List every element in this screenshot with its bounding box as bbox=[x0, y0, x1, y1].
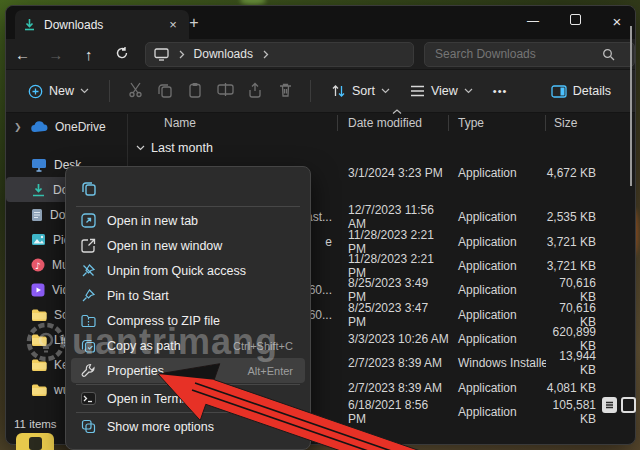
delete-icon[interactable] bbox=[270, 82, 300, 101]
view-label: View bbox=[431, 84, 458, 98]
download-icon bbox=[23, 18, 36, 31]
minimize-icon[interactable]: — bbox=[523, 14, 543, 28]
file-size: 13,944 KB bbox=[546, 349, 608, 377]
menu-item-unpin-quick-access[interactable]: Unpin from Quick access bbox=[71, 258, 305, 283]
file-date: 6/18/2021 8:56 PM bbox=[338, 398, 449, 426]
file-type: Application bbox=[449, 210, 546, 224]
sort-indicator-icon bbox=[392, 109, 402, 115]
folder-icon bbox=[31, 333, 47, 346]
menu-separator bbox=[76, 412, 300, 413]
desktop-icon bbox=[31, 158, 47, 172]
up-icon[interactable]: ↑ bbox=[72, 46, 105, 63]
pin-icon bbox=[81, 288, 107, 303]
tab-title: Downloads bbox=[44, 18, 103, 32]
menu-item-label: Open in new window bbox=[107, 239, 222, 253]
view-button[interactable]: View bbox=[400, 84, 483, 98]
chevron-down-icon bbox=[464, 88, 473, 94]
file-size: 4,672 KB bbox=[546, 166, 608, 180]
chevron-right-icon bbox=[178, 50, 185, 59]
properties-icon bbox=[81, 363, 107, 378]
file-type: Windows Installer ... bbox=[449, 356, 546, 370]
details-pane-button[interactable]: Details bbox=[541, 84, 621, 98]
column-date-modified[interactable]: Date modified bbox=[338, 115, 449, 131]
tab-downloads[interactable]: Downloads × bbox=[15, 10, 189, 39]
address-bar[interactable]: Downloads bbox=[145, 42, 414, 67]
back-icon[interactable]: ← bbox=[6, 46, 39, 63]
desktop: Downloads × + — × ← → ↑ bbox=[0, 0, 640, 450]
refresh-icon[interactable] bbox=[105, 46, 138, 63]
more-options-button[interactable]: ••• bbox=[483, 85, 518, 97]
menu-item-open-in-new-tab[interactable]: Open in new tab bbox=[71, 208, 305, 233]
menu-item-open-in-new-window[interactable]: Open in new window bbox=[71, 233, 305, 258]
new-tab-button[interactable]: + bbox=[184, 14, 204, 32]
new-button-label: New bbox=[49, 84, 74, 98]
search-box[interactable] bbox=[424, 42, 635, 67]
documents-icon bbox=[31, 208, 43, 222]
file-date: 2/7/2023 8:39 AM bbox=[338, 381, 449, 395]
copy-icon[interactable] bbox=[74, 173, 104, 203]
file-type: Application bbox=[449, 259, 546, 273]
menu-item-label: Open in Terminal bbox=[107, 392, 201, 406]
sidebar-item-onedrive[interactable]: ❯ OneDrive bbox=[6, 114, 127, 139]
taskbar-app-icon[interactable] bbox=[16, 433, 54, 450]
copy-icon[interactable] bbox=[150, 82, 180, 101]
scrollbar[interactable] bbox=[630, 26, 632, 186]
close-icon[interactable]: × bbox=[607, 13, 627, 30]
share-icon[interactable] bbox=[240, 82, 270, 101]
breadcrumb[interactable]: Downloads bbox=[194, 47, 253, 61]
menu-item-shortcut: Alt+Enter bbox=[247, 365, 293, 377]
group-header[interactable]: Last month bbox=[128, 135, 613, 161]
menu-item-compress-zip[interactable]: Compress to ZIP file bbox=[71, 308, 305, 333]
rename-icon[interactable] bbox=[210, 82, 240, 100]
terminal-icon bbox=[81, 392, 107, 405]
view-icon bbox=[410, 85, 425, 97]
navigation-bar: ← → ↑ Downloads bbox=[6, 39, 635, 69]
sort-button[interactable]: Sort bbox=[321, 84, 400, 98]
column-size[interactable]: Size bbox=[546, 115, 608, 131]
search-input[interactable] bbox=[433, 46, 602, 62]
file-type: Application bbox=[449, 405, 546, 419]
large-icons-view-icon[interactable] bbox=[621, 397, 636, 413]
chevron-down-icon[interactable] bbox=[136, 145, 145, 151]
column-name[interactable]: Name bbox=[128, 115, 338, 131]
paste-icon[interactable] bbox=[180, 82, 210, 101]
tab-close-button[interactable]: × bbox=[165, 17, 181, 32]
maximize-icon[interactable] bbox=[565, 14, 585, 28]
copy-path-icon bbox=[81, 338, 107, 353]
monitor-icon bbox=[154, 48, 169, 61]
svg-text:♪: ♪ bbox=[35, 260, 41, 270]
forward-icon[interactable]: → bbox=[39, 46, 72, 63]
zip-icon bbox=[81, 314, 107, 328]
menu-item-open-in-terminal[interactable]: Open in Terminal bbox=[71, 386, 305, 411]
menu-item-label: Compress to ZIP file bbox=[107, 314, 220, 328]
chevron-right-icon[interactable] bbox=[262, 50, 269, 59]
menu-item-label: Properties bbox=[107, 364, 164, 378]
context-menu-icon-row bbox=[74, 173, 302, 203]
file-size: 3,721 KB bbox=[546, 235, 608, 249]
details-pane-icon bbox=[551, 85, 567, 98]
file-date: 3/3/2023 10:26 AM bbox=[338, 332, 449, 346]
cut-icon[interactable] bbox=[120, 81, 150, 101]
menu-item-copy-as-path[interactable]: Copy as path Ctrl+Shift+C bbox=[71, 333, 305, 358]
toolbar-divider bbox=[310, 80, 311, 102]
folder-icon bbox=[31, 358, 47, 371]
column-type[interactable]: Type bbox=[449, 115, 546, 131]
command-bar: New bbox=[6, 69, 635, 113]
menu-item-pin-to-start[interactable]: Pin to Start bbox=[71, 283, 305, 308]
menu-item-shortcut: Ctrl+Shift+C bbox=[233, 340, 293, 352]
status-bar: 11 items | bbox=[14, 418, 70, 430]
window-controls: — × bbox=[523, 8, 627, 34]
expand-chevron-icon[interactable]: ❯ bbox=[14, 122, 24, 132]
items-count: 11 items bbox=[14, 418, 57, 430]
menu-item-show-more-options[interactable]: Show more options bbox=[71, 414, 305, 439]
menu-separator bbox=[76, 384, 300, 385]
music-icon: ♪ bbox=[31, 258, 45, 272]
file-size: 4,081 KB bbox=[546, 381, 608, 395]
details-view-icon[interactable] bbox=[602, 397, 617, 413]
context-menu: Open in new tab Open in new window Unpin… bbox=[65, 166, 311, 450]
plus-circle-icon bbox=[28, 84, 43, 99]
new-button[interactable]: New bbox=[18, 84, 99, 99]
sort-label: Sort bbox=[352, 84, 375, 98]
menu-item-properties[interactable]: Properties Alt+Enter bbox=[71, 358, 305, 383]
view-toggles bbox=[602, 397, 636, 413]
